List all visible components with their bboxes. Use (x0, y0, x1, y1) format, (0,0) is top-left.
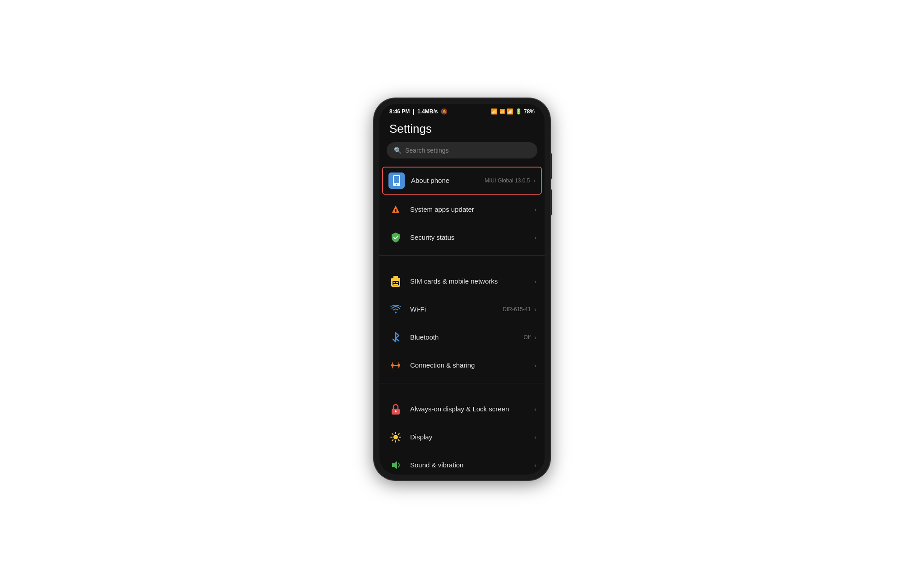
svg-point-12 (397, 364, 400, 367)
sim-cards-label: SIM cards & mobile networks (410, 277, 532, 285)
chevron-icon: › (534, 278, 536, 285)
display-right: › (532, 434, 536, 441)
setting-item-sound-vibration[interactable]: Sound & vibration › (379, 451, 545, 475)
svg-rect-8 (393, 282, 395, 283)
chevron-icon: › (534, 306, 536, 313)
setting-item-system-apps[interactable]: System apps updater › (379, 196, 545, 224)
settings-screen: Settings 🔍 Search settings (379, 117, 545, 475)
svg-rect-6 (393, 276, 398, 280)
search-icon: 🔍 (394, 147, 402, 154)
wifi-sub: DIR-615-41 (503, 306, 531, 312)
security-status-text: Security status (410, 233, 532, 241)
svg-point-15 (393, 435, 398, 439)
security-status-label: Security status (410, 233, 532, 241)
chevron-icon: › (534, 334, 536, 341)
about-phone-text: About phone (411, 177, 485, 184)
chevron-icon: › (534, 434, 536, 441)
sim-cards-right: › (532, 278, 536, 285)
chevron-icon: › (534, 234, 536, 241)
always-on-display-label: Always-on display & Lock screen (410, 405, 532, 413)
wifi-text: Wi-Fi (410, 305, 503, 313)
svg-line-21 (398, 439, 399, 440)
status-time: 8:46 PM (389, 108, 410, 115)
battery-percent: 78% (524, 108, 535, 115)
status-bar: 8:46 PM | 1.4MB/s 🔕 📶 📶 📶 🔋 78% (379, 104, 545, 117)
settings-group-connectivity: SIM cards & mobile networks › (379, 267, 545, 379)
spacer-2 (379, 387, 545, 395)
about-phone-label: About phone (411, 177, 485, 184)
setting-item-security-status[interactable]: Security status › (379, 224, 545, 252)
search-placeholder: Search settings (405, 147, 449, 154)
signal-icon: 📶 (491, 108, 498, 115)
wifi-label: Wi-Fi (410, 305, 503, 313)
wifi-icon (388, 301, 404, 317)
sound-vibration-label: Sound & vibration (410, 461, 532, 469)
about-phone-right: MIUI Global 13.0.5 › (485, 177, 536, 184)
display-text: Display (410, 433, 532, 441)
divider-1 (379, 255, 545, 256)
setting-item-bluetooth[interactable]: Bluetooth Off › (379, 323, 545, 351)
spacer-1 (379, 259, 545, 267)
wifi-status-icon: 📶 (507, 108, 513, 115)
svg-rect-9 (396, 282, 398, 283)
svg-rect-10 (393, 284, 398, 285)
setting-item-display[interactable]: Display › (379, 423, 545, 451)
shield-icon (388, 229, 404, 246)
status-speed: 1.4MB/s (417, 108, 438, 115)
system-apps-label: System apps updater (410, 205, 532, 213)
phone-screen: 8:46 PM | 1.4MB/s 🔕 📶 📶 📶 🔋 78% Settings… (379, 104, 545, 475)
sim-icon (388, 273, 404, 289)
bluetooth-sub: Off (524, 334, 531, 340)
chevron-icon: › (534, 406, 536, 413)
security-status-right: › (532, 234, 536, 241)
upload-icon (388, 201, 404, 218)
status-icons: 📶 📶 📶 🔋 78% (491, 108, 535, 115)
svg-point-2 (396, 184, 397, 185)
battery-icon: 🔋 (515, 108, 522, 115)
status-time-speed: 8:46 PM | 1.4MB/s 🔕 (389, 108, 448, 115)
connection-sharing-label: Connection & sharing (410, 361, 532, 369)
chevron-icon: › (534, 362, 536, 369)
svg-line-23 (398, 434, 399, 434)
display-label: Display (410, 433, 532, 441)
svg-line-22 (392, 439, 393, 440)
connection-icon (388, 357, 404, 373)
phone-frame: 8:46 PM | 1.4MB/s 🔕 📶 📶 📶 🔋 78% Settings… (374, 98, 550, 480)
lock-icon (388, 401, 404, 417)
setting-item-connection-sharing[interactable]: Connection & sharing › (379, 351, 545, 379)
search-bar[interactable]: 🔍 Search settings (387, 142, 537, 158)
sound-icon (388, 457, 404, 473)
wifi-right: DIR-615-41 › (503, 306, 536, 313)
always-on-display-right: › (532, 406, 536, 413)
connection-sharing-right: › (532, 362, 536, 369)
settings-group-top: About phone MIUI Global 13.0.5 › (379, 167, 545, 252)
divider-2 (379, 383, 545, 383)
svg-point-14 (395, 410, 397, 412)
sim-status-icon: 📶 (499, 109, 505, 114)
setting-item-wifi[interactable]: Wi-Fi DIR-615-41 › (379, 295, 545, 323)
chevron-icon: › (533, 177, 536, 184)
sun-icon (388, 429, 404, 445)
always-on-display-text: Always-on display & Lock screen (410, 405, 532, 413)
svg-line-20 (392, 434, 393, 434)
setting-item-always-on-display[interactable]: Always-on display & Lock screen › (379, 395, 545, 423)
svg-marker-24 (392, 461, 397, 469)
system-apps-text: System apps updater (410, 205, 532, 213)
sound-vibration-right: › (532, 461, 536, 469)
phone-icon (388, 172, 405, 189)
bluetooth-right: Off › (524, 334, 536, 341)
chevron-icon: › (534, 461, 536, 469)
svg-point-11 (391, 364, 394, 367)
sim-cards-text: SIM cards & mobile networks (410, 277, 532, 285)
bluetooth-label: Bluetooth (410, 333, 524, 341)
page-title: Settings (379, 117, 545, 142)
connection-sharing-text: Connection & sharing (410, 361, 532, 369)
system-apps-right: › (532, 206, 536, 213)
sound-vibration-text: Sound & vibration (410, 461, 532, 469)
about-phone-sub: MIUI Global 13.0.5 (485, 177, 530, 184)
setting-item-sim-cards[interactable]: SIM cards & mobile networks › (379, 267, 545, 295)
settings-group-display: Always-on display & Lock screen › (379, 395, 545, 475)
setting-item-about-phone[interactable]: About phone MIUI Global 13.0.5 › (382, 167, 542, 195)
svg-rect-4 (395, 209, 397, 212)
chevron-icon: › (534, 206, 536, 213)
